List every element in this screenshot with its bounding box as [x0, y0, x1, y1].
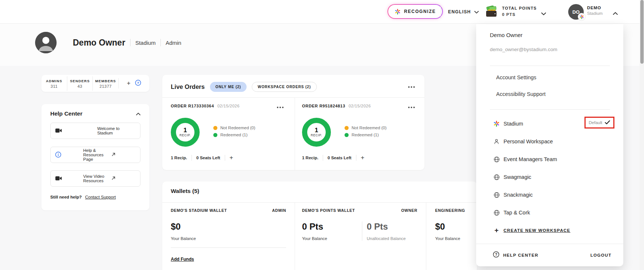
workspace-item-tap-and-cork[interactable]: Tap & Cork	[476, 204, 623, 221]
workspace-item-personal[interactable]: Personal Workspace	[476, 133, 623, 150]
workspace-label: Snackmagic	[504, 192, 533, 198]
profile-workspace: Stadium	[135, 40, 156, 46]
help-item-resources[interactable]: Help & Resources Page	[50, 147, 140, 163]
stadium-logo-icon	[493, 120, 500, 127]
workspace-item-event-managers[interactable]: Event Managers Team	[476, 150, 623, 168]
menu-account-settings[interactable]: Account Settings	[496, 74, 536, 80]
recognize-button[interactable]: RECOGNIZE	[387, 4, 443, 19]
members-stats-card: ADMINS 311 SENDERS 43 MEMBERS 21377 + ?	[41, 75, 149, 92]
scrollbar-thumb[interactable]	[640, 0, 644, 64]
chevron-down-icon	[474, 9, 479, 15]
wallet-balance-amount: 0 Pts	[302, 221, 323, 232]
order-foot-recip: 1 Recip.	[171, 156, 187, 160]
order-foot-recip: 1 Recip.	[302, 156, 318, 160]
stat-members-value: 21377	[93, 84, 118, 89]
stat-admins-label: ADMINS	[41, 79, 67, 83]
workspace-item-stadium[interactable]: Stadium Default	[476, 115, 623, 133]
recognize-label: RECOGNIZE	[404, 9, 436, 14]
account-chevron-up-icon[interactable]	[613, 10, 618, 17]
wallet-balance-amount: $0	[435, 221, 445, 232]
order-more-options-icon[interactable]	[407, 105, 416, 110]
order-recipients-donut: 1 RECIP.	[171, 118, 200, 147]
external-link-icon	[111, 152, 136, 157]
legend-redeemed-label: Redeemed (1)	[352, 133, 379, 137]
globe-icon	[493, 209, 500, 216]
live-orders-more-options-icon[interactable]	[407, 85, 416, 89]
create-workspace-label: CREATE NEW WORKSPACE	[504, 228, 570, 233]
workspace-label: Swagmagic	[504, 174, 531, 180]
orange-dot-icon	[345, 126, 349, 130]
top-bar: RECOGNIZE ENGLISH TOTAL POINTS	[0, 0, 644, 24]
help-item-label: Help & Resources Page	[83, 148, 108, 161]
svg-text:?: ?	[495, 252, 497, 256]
video-icon	[55, 128, 94, 134]
separator	[130, 39, 131, 46]
account-workspace: Stadium	[587, 11, 603, 16]
tab-only-me[interactable]: ONLY ME (2)	[210, 82, 247, 92]
profile-name: Demo Owner	[73, 38, 125, 48]
live-orders-card: Live Orders ONLY ME (2) WORKSPACE ORDERS…	[162, 75, 424, 170]
svg-text:?: ?	[137, 80, 139, 84]
default-badge-label: Default	[589, 120, 602, 125]
recip-count: 1	[183, 127, 187, 133]
live-orders-title: Live Orders	[171, 83, 205, 90]
stat-admins-value: 311	[41, 84, 67, 89]
add-member-button[interactable]: +	[127, 81, 131, 86]
globe-icon	[493, 173, 500, 181]
order-date: 02/15/2026	[217, 104, 240, 108]
wallet-unallocated-amount: 0 Pts	[367, 221, 388, 232]
stat-admins[interactable]: ADMINS 311	[41, 76, 67, 91]
orange-dot-icon	[213, 126, 217, 130]
help-circle-icon[interactable]: ?	[135, 80, 141, 87]
question-circle-icon: ?	[493, 251, 499, 259]
stat-members[interactable]: MEMBERS 21377	[93, 76, 118, 91]
help-item-welcome[interactable]: Welcome to Stadium	[50, 123, 140, 139]
workspace-label: Event Managers Team	[504, 156, 557, 162]
order-more-options-icon[interactable]	[275, 105, 285, 110]
recip-label: RECIP.	[311, 133, 322, 137]
video-icon	[55, 176, 79, 182]
logout-button[interactable]: LOGOUT	[590, 253, 611, 257]
person-icon	[493, 138, 500, 145]
total-points-widget[interactable]: TOTAL POINTS 0 PTS	[502, 5, 537, 18]
legend-redeemed: Redeemed (1)	[345, 133, 387, 137]
checkmark-icon	[605, 120, 610, 125]
scrollbar-track[interactable]	[640, 0, 644, 270]
help-center-card: Help Center Welcome to Stadium Help & Re…	[41, 104, 149, 210]
legend-redeemed: Redeemed (1)	[213, 133, 255, 137]
collapse-chevron-up-icon[interactable]	[136, 110, 140, 117]
legend-not-redeemed: Not Redeemed (0)	[345, 126, 387, 130]
tab-workspace-orders[interactable]: WORKSPACE ORDERS (2)	[252, 82, 317, 92]
contact-support-link[interactable]: Contact Support	[85, 195, 116, 199]
language-selector[interactable]: ENGLISH	[448, 0, 479, 24]
help-item-videos[interactable]: View Video Resources	[50, 170, 140, 187]
wallet-name: DEMO'S STADIUM WALLET	[171, 208, 227, 213]
menu-accessibility-support[interactable]: Accessibility Support	[496, 91, 546, 97]
stat-members-label: MEMBERS	[93, 79, 118, 83]
order-foot-seats: 0 Seats Left	[196, 156, 220, 160]
menu-help-center[interactable]: ? HELP CENTER	[493, 251, 538, 259]
create-new-workspace-button[interactable]: + CREATE NEW WORKSPACE	[476, 221, 623, 239]
stadium-logo-badge-icon	[578, 13, 585, 20]
recip-count: 1	[315, 127, 318, 133]
workspace-item-snackmagic[interactable]: Snackmagic	[476, 186, 623, 204]
points-chevron-down-icon[interactable]	[541, 10, 546, 17]
workspace-item-swagmagic[interactable]: Swagmagic	[476, 168, 623, 186]
wallet-cash-icon	[485, 6, 498, 19]
order-add-button[interactable]: +	[230, 155, 233, 160]
profile-role: Admin	[166, 40, 182, 46]
menu-help-center-label: HELP CENTER	[503, 253, 538, 257]
plus-icon: +	[493, 227, 500, 234]
add-funds-link[interactable]: Add Funds	[171, 257, 194, 262]
order-id: ORDER R173330364	[171, 104, 214, 108]
stat-senders[interactable]: SENDERS 43	[67, 76, 93, 91]
default-workspace-highlight-box: Default	[584, 117, 614, 129]
topbar-divider	[441, 5, 441, 19]
language-label: ENGLISH	[448, 9, 471, 14]
green-dot-icon	[345, 133, 349, 137]
profile-avatar	[35, 32, 57, 53]
app-root: RECOGNIZE ENGLISH TOTAL POINTS	[0, 0, 644, 270]
account-menu-trigger[interactable]: DEMO Stadium	[587, 6, 603, 16]
still-need-help-text: Still need help?	[50, 195, 82, 199]
order-add-button[interactable]: +	[361, 155, 365, 160]
